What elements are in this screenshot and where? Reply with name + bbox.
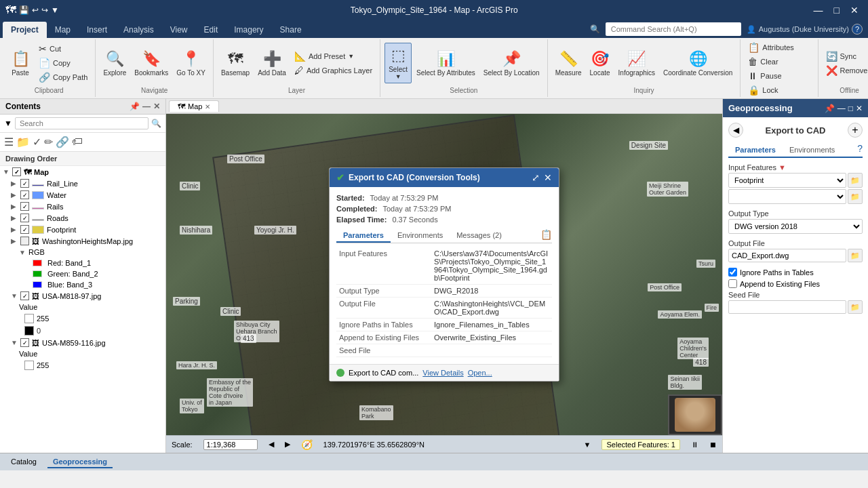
coord-nav-right[interactable]: ▶ [285, 440, 290, 449]
go-to-xy-button[interactable]: 📍 Go To XY [173, 43, 209, 83]
bottom-tab-geoprocessing[interactable]: Geoprocessing [47, 456, 113, 468]
geo-tab-environments[interactable]: Environments [783, 143, 842, 157]
map-tab-close[interactable]: ✕ [205, 103, 210, 110]
add-data-button[interactable]: ➕ Add Data [254, 43, 290, 83]
tab-edit[interactable]: Edit [196, 22, 226, 38]
bottom-tab-catalog[interactable]: Catalog [5, 456, 42, 468]
layer-usa818[interactable]: ▼ ✓ 🖼 USA-M818-97.jpg [0, 290, 165, 302]
geo-seed-file-browse[interactable]: 📁 [848, 300, 863, 314]
cut-button[interactable]: ✂ Cut [35, 42, 91, 56]
geo-output-file-browse[interactable]: 📁 [848, 249, 863, 262]
contents-search-icon[interactable]: 🔍 [151, 119, 161, 128]
layer-washington[interactable]: ▶ 🖼 WashingtonHeightsMap.jpg [0, 235, 165, 247]
locate-button[interactable]: 🎯 Locate [587, 43, 614, 83]
coordinates-dropdown[interactable]: ▼ [584, 441, 591, 449]
tab-view[interactable]: View [162, 22, 196, 38]
quick-access-more[interactable]: ▼ [51, 5, 59, 15]
geo-panel-minimize[interactable]: — [837, 104, 846, 113]
help-button[interactable]: ? [852, 24, 863, 35]
layer-rgb[interactable]: ▼ RGB [0, 247, 165, 258]
command-search-input[interactable] [606, 22, 741, 36]
paste-button[interactable]: 📋 Paste [7, 43, 34, 83]
maximize-button[interactable]: □ [830, 3, 844, 17]
quick-access-save[interactable]: 💾 [19, 5, 29, 15]
geo-append-existing-checkbox[interactable] [728, 279, 737, 288]
select-by-location-button[interactable]: 📌 Select By Location [480, 43, 543, 83]
footer-view-details-link[interactable]: View Details [422, 369, 463, 377]
map-canvas[interactable]: Post Office Clinic Design Site Nishihara… [166, 114, 722, 435]
roads-checkbox[interactable]: ✓ [20, 214, 29, 222]
geo-panel-pin[interactable]: 📌 [825, 104, 835, 113]
layer-footprint[interactable]: ▶ ✓ Footprint [0, 224, 165, 235]
explore-button[interactable]: 🔍 Explore [100, 43, 130, 83]
map-tab[interactable]: 🗺 Map ✕ [169, 100, 219, 112]
geo-panel-close[interactable]: ✕ [856, 104, 863, 113]
minimize-button[interactable]: — [810, 3, 827, 17]
geo-add-button[interactable]: + [848, 123, 863, 138]
geo-input-features-secondary-select[interactable] [728, 189, 846, 204]
contents-search-input[interactable] [15, 117, 149, 129]
contents-list-view-icon[interactable]: ☰ [4, 136, 14, 148]
contents-snapping-icon[interactable]: 🔗 [56, 136, 69, 148]
usa818-checkbox[interactable]: ✓ [20, 291, 29, 300]
footer-open-link[interactable]: Open... [468, 369, 492, 377]
infographics-button[interactable]: 📈 Infographics [615, 43, 658, 83]
map-checkbox[interactable]: ✓ [12, 167, 21, 176]
rails-checkbox[interactable]: ✓ [20, 202, 29, 211]
lock-button[interactable]: 🔒 Lock [745, 83, 813, 97]
scale-input[interactable] [203, 439, 258, 450]
dialog-tab-environments[interactable]: Environments [391, 229, 450, 243]
copy-path-button[interactable]: 🔗 Copy Path [35, 70, 91, 84]
contents-select-view-icon[interactable]: ✓ [33, 136, 41, 148]
geo-panel-maximize[interactable]: □ [848, 104, 853, 113]
coord-nav-left[interactable]: ◀ [269, 440, 274, 449]
pause-rendering-button[interactable]: ⏸ [691, 441, 698, 449]
quick-access-redo[interactable]: ↪ [41, 5, 48, 15]
select-by-attributes-button[interactable]: 📊 Select By Attributes [413, 43, 479, 83]
contents-pin-button[interactable]: 📌 [130, 102, 140, 111]
geo-back-button[interactable]: ◀ [728, 123, 743, 138]
close-button[interactable]: ✕ [846, 3, 863, 17]
stop-rendering-button[interactable]: ⏹ [709, 441, 717, 449]
dialog-tab-parameters[interactable]: Parameters [336, 229, 391, 243]
attributes-button[interactable]: 📋 Attributes [745, 41, 813, 54]
layer-usa859[interactable]: ▼ ✓ 🖼 USA-M859-116.jpg [0, 337, 165, 348]
remove-button[interactable]: ❌ Remove [823, 64, 868, 77]
tab-insert[interactable]: Insert [79, 22, 115, 38]
select-button[interactable]: ⬚ Select ▼ [384, 43, 412, 83]
dialog-tab-messages[interactable]: Messages (2) [450, 229, 509, 243]
bookmarks-button[interactable]: 🔖 Bookmarks [131, 43, 172, 83]
dialog-close-icon[interactable]: ✕ [544, 172, 552, 183]
geo-output-type-select[interactable]: DWG version 2018 [728, 219, 863, 234]
measure-button[interactable]: 📏 Measure [552, 43, 585, 83]
geo-tab-parameters[interactable]: Parameters [728, 143, 783, 158]
contents-label-icon[interactable]: 🏷 [72, 136, 83, 148]
clear-button[interactable]: 🗑 Clear [745, 55, 813, 68]
geo-ignore-paths-checkbox[interactable] [728, 268, 737, 277]
contents-edit-view-icon[interactable]: ✏ [44, 136, 53, 148]
dialog-expand-icon[interactable]: ⤢ [532, 172, 540, 183]
tab-analysis[interactable]: Analysis [115, 22, 162, 38]
copy-button[interactable]: 📄 Copy [35, 56, 91, 70]
contents-minimize-button[interactable]: — [142, 102, 151, 111]
contents-source-view-icon[interactable]: 📁 [16, 136, 30, 148]
layer-roads[interactable]: ▶ ✓ Roads [0, 212, 165, 224]
dialog-copy-icon[interactable]: 📋 [540, 229, 552, 243]
geo-seed-file-input[interactable] [728, 300, 846, 314]
add-graphics-layer-button[interactable]: 🖊 Add Graphics Layer [291, 64, 376, 77]
pause-button[interactable]: ⏸ Pause [745, 69, 813, 83]
layer-rails[interactable]: ▶ ✓ Rails [0, 201, 165, 212]
layer-water[interactable]: ▶ ✓ Water [0, 189, 165, 201]
sync-button[interactable]: 🔄 Sync [823, 49, 868, 63]
geo-input-browse[interactable]: 📁 [848, 173, 863, 188]
tab-share[interactable]: Share [272, 22, 310, 38]
geo-input-secondary-browse[interactable]: 📁 [848, 189, 863, 204]
usa859-checkbox[interactable]: ✓ [20, 338, 29, 347]
navigation-mode-icon[interactable]: 🧭 [301, 439, 313, 450]
water-checkbox[interactable]: ✓ [20, 190, 29, 199]
coordinate-conversion-button[interactable]: 🌐 Coordinate Conversion [660, 43, 736, 83]
tab-project[interactable]: Project [3, 22, 47, 38]
contents-close-button[interactable]: ✕ [153, 102, 160, 111]
washington-checkbox[interactable] [20, 237, 29, 245]
geo-output-file-input[interactable] [728, 249, 846, 262]
